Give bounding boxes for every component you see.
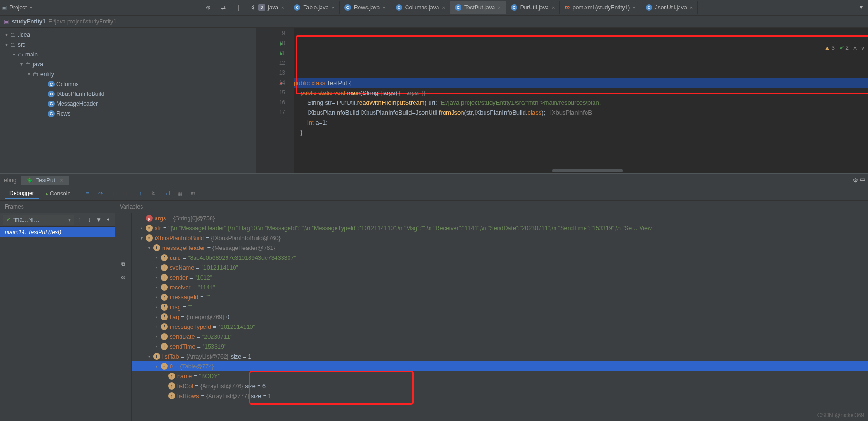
close-icon[interactable]: × [690, 5, 693, 10]
close-icon[interactable]: × [281, 5, 284, 10]
close-icon[interactable]: × [442, 5, 445, 10]
tab-console[interactable]: ▸ Console [41, 188, 75, 199]
tab-Table-java[interactable]: CTable.java× [289, 1, 339, 14]
chevron-icon[interactable]: › [162, 374, 166, 379]
ok-icon[interactable]: ✔ 2 [839, 45, 849, 51]
warn-icon[interactable]: ▲ 3 [824, 45, 835, 51]
tree-item-Rows[interactable]: CRows [0, 109, 256, 118]
var-sendTime[interactable]: ›fsendTime = "153319" [132, 342, 868, 351]
close-icon[interactable]: × [633, 5, 635, 10]
tab-java[interactable]: Jjava× [254, 1, 289, 14]
dropdown-icon[interactable]: ▾ [30, 4, 32, 11]
chevron-icon[interactable]: › [154, 285, 159, 290]
var-listCol[interactable]: ›flistCol = {ArrayList@776} size = 6 [132, 381, 868, 391]
chevron-icon[interactable]: ▾ [139, 235, 144, 241]
settings-icon[interactable]: ⇄ [219, 4, 227, 11]
close-icon[interactable]: × [332, 5, 335, 10]
prev-frame-icon[interactable]: ↑ [76, 216, 84, 224]
var-sendDate[interactable]: ›fsendDate = "20230711" [132, 332, 868, 342]
tree-item-MessageHeader[interactable]: CMessageHeader [0, 99, 256, 109]
var-listTab[interactable]: ▾flistTab = {ArrayList@762} size = 1 [132, 351, 868, 361]
var-0[interactable]: ▾≡0 = {Table@774} [132, 361, 868, 371]
step-over-icon[interactable]: ≡ [84, 190, 91, 197]
chevron-icon[interactable]: ▾ [4, 42, 8, 47]
trace-icon[interactable]: ≋ [189, 190, 196, 197]
chevron-icon[interactable]: › [154, 255, 159, 260]
var-receiver[interactable]: ›freceiver = "1141" [132, 282, 868, 292]
chevron-icon[interactable]: › [154, 324, 159, 329]
var-messageId[interactable]: ›fmessageId = "" [132, 292, 868, 302]
chevron-icon[interactable]: › [162, 393, 166, 398]
var-sender[interactable]: ›fsender = "1012" [132, 273, 868, 282]
chevron-icon[interactable]: › [154, 265, 159, 270]
chevron-icon[interactable]: ▾ [26, 71, 31, 77]
tab-Columns-java[interactable]: CColumns.java× [391, 1, 450, 14]
up-icon[interactable]: ʌ [853, 45, 857, 51]
tree-item-java[interactable]: ▾🗀java [0, 59, 256, 69]
var-args[interactable]: pargs = {String[0]@758} [132, 213, 868, 223]
var-svcName[interactable]: ›fsvcName = "1012114110" [132, 263, 868, 273]
chevron-icon[interactable]: › [154, 334, 159, 339]
step-down-icon[interactable]: ↓ [110, 190, 117, 197]
debug-config-tab[interactable]: 🪲 TestPut × [21, 176, 69, 185]
chevron-icon[interactable]: › [154, 344, 159, 349]
tab-Rows-java[interactable]: CRows.java× [340, 1, 391, 14]
var-uuid[interactable]: ›fuuid = "8ac4c0b689297e31018943de734333… [132, 253, 868, 263]
tab-JsonUtil-java[interactable]: CJsonUtil.java× [641, 1, 698, 14]
var-messageHeader[interactable]: ▾fmessageHeader = {MessageHeader@761} [132, 243, 868, 253]
chevron-icon[interactable]: ▾ [4, 32, 8, 37]
close-icon[interactable]: × [383, 5, 385, 10]
tab-list-icon[interactable]: ▾ [858, 3, 865, 11]
chevron-icon[interactable]: › [139, 226, 144, 231]
force-step-icon[interactable]: ↓ [123, 190, 131, 197]
var-msg[interactable]: ›fmsg = "" [132, 302, 868, 312]
run-to-cursor-icon[interactable]: →I [163, 190, 170, 197]
module-name[interactable]: studyEntity1 [12, 18, 46, 25]
project-tree[interactable]: ▾🗀.idea▾🗀src▾🗀main▾🗀java▾🗀entityCColumns… [0, 28, 256, 173]
tree-item-main[interactable]: ▾🗀main [0, 49, 256, 59]
chevron-icon[interactable]: › [154, 295, 159, 300]
close-icon[interactable]: × [60, 177, 63, 184]
down-icon[interactable]: v [861, 45, 864, 51]
chevron-icon[interactable]: ▾ [154, 364, 159, 369]
filter-icon[interactable]: ▼ [95, 216, 102, 224]
thread-selector[interactable]: ✔ "ma…NI… ▾ [3, 215, 74, 225]
chevron-icon[interactable]: › [154, 275, 159, 280]
close-icon[interactable]: × [498, 5, 500, 10]
tree-item-src[interactable]: ▾🗀src [0, 39, 256, 49]
chevron-icon[interactable]: ▾ [19, 62, 23, 67]
evaluate-icon[interactable]: ▦ [176, 190, 183, 197]
step-into-icon[interactable]: ↷ [97, 190, 104, 197]
drop-frame-icon[interactable]: ↯ [149, 190, 157, 197]
code-editor[interactable]: 9▶10▶111213●14151617 public class TestPu… [256, 28, 868, 173]
step-out-icon[interactable]: ↑ [136, 190, 144, 197]
chevron-icon[interactable]: ▾ [147, 245, 151, 250]
chevron-icon[interactable]: › [154, 314, 159, 320]
tree-item-Columns[interactable]: CColumns [0, 79, 256, 89]
project-tool-label[interactable]: Project [9, 4, 27, 11]
tab-pom-xml-studyEntity1-[interactable]: mpom.xml (studyEntity1)× [560, 1, 641, 14]
next-frame-icon[interactable]: ↓ [86, 216, 93, 224]
project-tool-icon[interactable]: ▣ [1, 4, 7, 11]
var-messageTypeId[interactable]: ›fmessageTypeId = "1012114110" [132, 322, 868, 332]
target-icon[interactable]: ⊕ [204, 4, 212, 11]
tree-item-entity[interactable]: ▾🗀entity [0, 69, 256, 79]
code-area[interactable]: public class TestPut { public static voi… [294, 28, 868, 173]
var-listRows[interactable]: ›flistRows = {ArrayList@777} size = 1 [132, 391, 868, 401]
copy-icon[interactable]: ⧉ [119, 260, 127, 268]
chevron-icon[interactable]: › [154, 304, 159, 310]
close-icon[interactable]: × [552, 5, 555, 10]
tree-item-.idea[interactable]: ▾🗀.idea [0, 30, 256, 39]
tree-item-IXbusPlanInfoBuild[interactable]: CIXbusPlanInfoBuild [0, 89, 256, 99]
tab-debugger[interactable]: Debugger [5, 188, 39, 199]
var-flag[interactable]: ›fflag = {Integer@769} 0 [132, 312, 868, 322]
add-icon[interactable]: + [104, 216, 112, 224]
frame-item[interactable]: main:14, TestPut (test) [0, 227, 115, 237]
chevron-icon[interactable]: ▾ [11, 52, 16, 57]
editor-h-scrollbar[interactable] [552, 169, 623, 172]
link-icon[interactable]: ∞ [119, 273, 127, 281]
tab-TestPut-java[interactable]: CTestPut.java× [450, 1, 506, 14]
tab-PurUtil-java[interactable]: CPurUtil.java× [506, 1, 560, 14]
chevron-icon[interactable]: ▾ [147, 354, 151, 359]
chevron-icon[interactable]: › [162, 383, 166, 389]
